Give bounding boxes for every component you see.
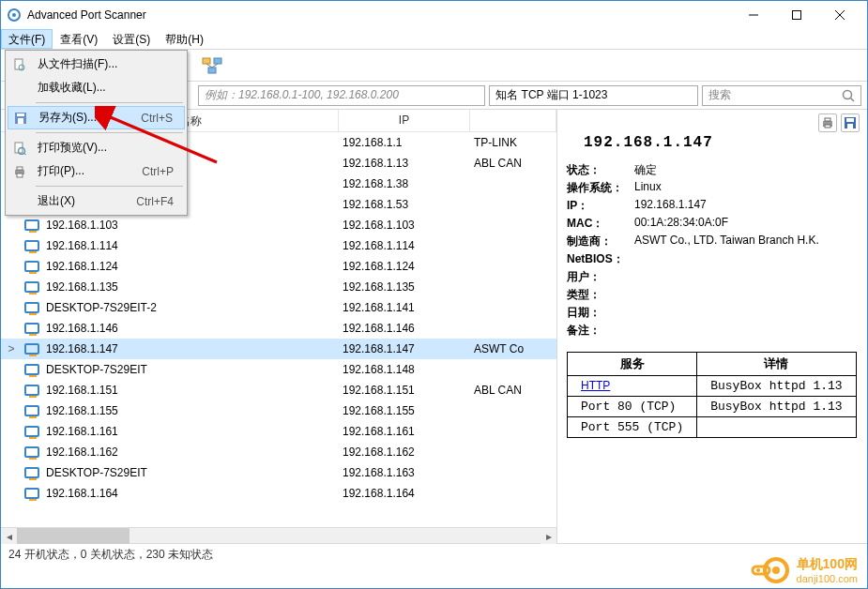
row-ip: 192.168.1.124	[339, 260, 470, 273]
host-icon	[22, 219, 42, 231]
list-row[interactable]: 192.168.1.135192.168.1.135	[1, 277, 556, 297]
menu-item-5[interactable]: 退出(X)Ctrl+F4	[8, 189, 185, 213]
list-row[interactable]: DESKTOP-7S29EIT192.168.1.163	[1, 462, 556, 483]
col-manufacturer[interactable]	[470, 110, 556, 131]
menu-view[interactable]: 查看(V)	[53, 29, 105, 49]
menu-help[interactable]: 帮助(H)	[158, 29, 211, 49]
ip-range-input[interactable]: 例如：192.168.0.1-100, 192.168.0.200	[198, 85, 485, 106]
print-button[interactable]	[818, 113, 837, 132]
row-manufacturer: ABL CAN	[470, 157, 556, 170]
row-name: 192.168.1.103	[42, 219, 339, 232]
list-row[interactable]: 192.168.1.114192.168.1.114	[1, 235, 556, 256]
menu-item-0[interactable]: 从文件扫描(F)...	[8, 53, 185, 76]
menu-item-label: 从文件扫描(F)...	[32, 56, 174, 72]
svg-rect-9	[17, 113, 24, 116]
host-icon	[22, 488, 42, 499]
list-row[interactable]: 192.168.1.155192.168.1.155	[1, 400, 556, 421]
list-row[interactable]: 192.168.1.151192.168.1.151ABL CAN	[1, 380, 556, 400]
menu-item-2[interactable]: 另存为(S)...Ctrl+S	[8, 106, 185, 129]
list-row[interactable]: 192.168.1.103192.168.1.103	[1, 215, 556, 235]
row-name: 192.168.1.162	[42, 446, 339, 459]
details-heading: 192.168.1.147	[584, 134, 861, 151]
scroll-right-arrow[interactable]: ▸	[541, 528, 556, 544]
detail-cell: BusyBox httpd 1.13	[697, 376, 856, 397]
row-name: DESKTOP-7S29EIT-2	[42, 301, 339, 314]
list-row[interactable]: >192.168.1.147192.168.1.147ASWT Co	[1, 339, 556, 359]
close-button[interactable]	[818, 1, 861, 29]
row-ip: 192.168.1.155	[339, 404, 470, 417]
list-row[interactable]: DESKTOP-7S29EIT-2192.168.1.141	[1, 297, 556, 318]
minimize-button[interactable]	[732, 1, 775, 29]
expand-toggle[interactable]: >	[1, 342, 22, 355]
host-icon	[22, 240, 42, 251]
scroll-left-arrow[interactable]: ◂	[1, 528, 17, 544]
row-name: 192.168.1.146	[42, 322, 339, 335]
menu-item-shortcut: Ctrl+F4	[136, 195, 181, 208]
row-ip: 192.168.1.147	[339, 342, 470, 355]
menubar: 文件(F) 查看(V) 设置(S) 帮助(H)	[1, 29, 867, 50]
svg-rect-26	[825, 125, 830, 128]
svg-rect-16	[17, 174, 23, 177]
menu-item-4[interactable]: 打印(P)...Ctrl+P	[8, 159, 185, 183]
menu-item-3[interactable]: 打印预览(V)...	[8, 136, 185, 159]
menu-item-icon	[8, 165, 32, 178]
col-ip[interactable]: IP	[339, 110, 470, 131]
row-ip: 192.168.1.148	[339, 363, 470, 376]
list-row[interactable]: 192.168.1.124192.168.1.124	[1, 256, 556, 277]
app-icon	[7, 8, 22, 23]
menu-item-label: 退出(X)	[32, 193, 136, 209]
row-ip: 192.168.1.163	[339, 466, 470, 479]
host-icon	[22, 323, 42, 334]
service-cell: Port 80 (TCP)	[568, 397, 697, 417]
row-ip: 192.168.1.161	[339, 425, 470, 438]
menu-item-icon	[8, 58, 32, 71]
host-icon	[22, 302, 42, 313]
svg-point-22	[844, 90, 852, 98]
search-icon	[842, 89, 855, 105]
save-details-button[interactable]	[841, 113, 860, 132]
menu-file[interactable]: 文件(F)	[1, 29, 53, 49]
row-manufacturer: TP-LINK	[470, 136, 556, 149]
row-name: DESKTOP-7S29EIT	[42, 466, 339, 479]
svg-rect-18	[214, 58, 221, 64]
svg-rect-28	[846, 118, 854, 122]
svg-rect-29	[847, 124, 853, 128]
menu-settings[interactable]: 设置(S)	[105, 29, 158, 49]
row-ip: 192.168.1.162	[339, 446, 470, 459]
search-input[interactable]: 搜索	[702, 85, 861, 106]
toolbar-network-icon[interactable]	[198, 53, 228, 78]
row-ip: 192.168.1.13	[339, 157, 470, 170]
list-row[interactable]: 192.168.1.146192.168.1.146	[1, 318, 556, 339]
service-link[interactable]: HTTP	[581, 379, 610, 392]
list-row[interactable]: DESKTOP-7S29EIT192.168.1.148	[1, 359, 556, 380]
menu-item-label: 打印预览(V)...	[32, 140, 174, 156]
row-ip: 192.168.1.53	[339, 198, 470, 211]
row-ip: 192.168.1.135	[339, 280, 470, 294]
menu-item-icon	[8, 142, 32, 155]
service-cell: Port 555 (TCP)	[568, 417, 697, 438]
svg-rect-17	[203, 58, 210, 64]
list-row[interactable]: 192.168.1.164192.168.1.164	[1, 483, 556, 504]
svg-rect-25	[825, 118, 830, 121]
list-row[interactable]: 192.168.1.162192.168.1.162	[1, 442, 556, 462]
svg-rect-3	[793, 11, 801, 20]
row-name: 192.168.1.151	[42, 384, 339, 397]
menu-item-label: 另存为(S)...	[33, 110, 141, 126]
host-icon	[22, 261, 42, 272]
row-name: 192.168.1.124	[42, 260, 339, 273]
detail-cell: BusyBox httpd 1.13	[697, 397, 856, 417]
list-row[interactable]: 192.168.1.161192.168.1.161	[1, 421, 556, 442]
svg-rect-34	[753, 566, 769, 574]
row-ip: 192.168.1.164	[339, 487, 470, 500]
ports-input[interactable]: 知名 TCP 端口 1-1023	[489, 85, 698, 106]
menu-item-1[interactable]: 加载收藏(L)...	[8, 76, 185, 99]
horizontal-scrollbar[interactable]: ◂ ▸	[1, 527, 556, 543]
service-row: Port 555 (TCP)	[568, 417, 857, 438]
svg-point-1	[12, 13, 16, 17]
svg-line-13	[24, 154, 26, 155]
host-icon	[22, 281, 42, 293]
watermark: 单机100网 danji100.com	[750, 556, 858, 584]
maximize-button[interactable]	[775, 1, 818, 29]
scroll-thumb[interactable]	[17, 528, 129, 544]
row-ip: 192.168.1.103	[339, 219, 470, 232]
